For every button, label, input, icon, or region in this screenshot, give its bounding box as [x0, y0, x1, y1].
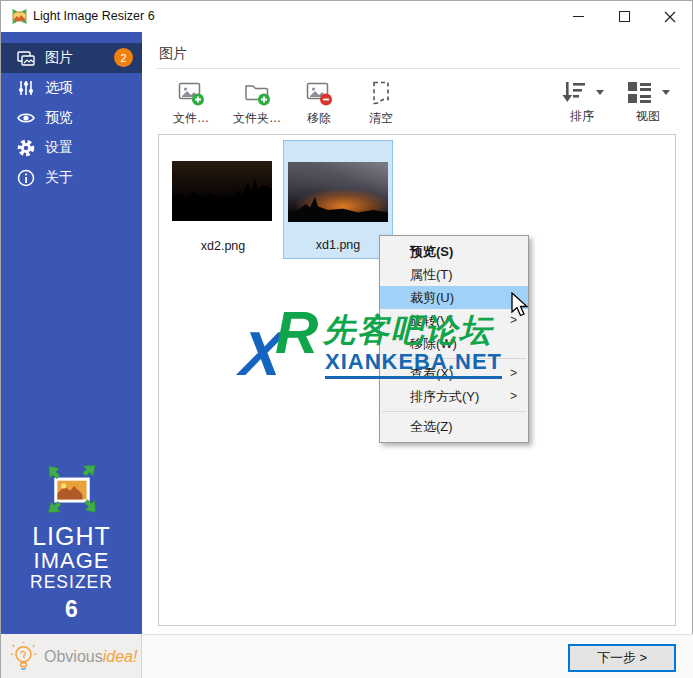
mouse-cursor	[509, 292, 533, 318]
app-logo-icon	[11, 8, 28, 25]
sort-dropdown-caret-icon[interactable]	[596, 90, 604, 99]
toolbar-button-label: 文件…	[173, 110, 209, 127]
toolbar-button-label: 文件夹…	[233, 110, 281, 127]
maximize-icon	[619, 11, 630, 22]
view-icon	[626, 80, 653, 105]
close-button[interactable]	[647, 1, 693, 32]
app-window: Light Image Resizer 6 图片 2 选项 预览	[0, 0, 693, 678]
sidebar-item-label: 图片	[45, 49, 73, 67]
menu-item-properties[interactable]: 属性(T)	[380, 263, 528, 286]
toolbar-button-label: 视图	[636, 108, 660, 125]
menu-item-label: 排序方式(Y)	[410, 389, 479, 404]
sidebar-item-label: 选项	[45, 79, 73, 97]
next-step-button[interactable]: 下一步 >	[568, 644, 676, 672]
brand-footer: Obviousidea!	[1, 634, 142, 678]
tent-detail	[357, 212, 385, 222]
thumbnail-xd1	[288, 162, 388, 222]
sidebar-item-label: 设置	[45, 139, 73, 157]
menu-item-label: 查看(X)	[410, 366, 453, 381]
sliders-icon	[16, 78, 36, 98]
thumbnail-xd2	[172, 161, 272, 221]
remove-button[interactable]: 移除	[293, 80, 345, 130]
eye-icon	[16, 108, 36, 128]
toolbar-button-label: 清空	[369, 110, 393, 127]
sidebar-item-label: 预览	[45, 109, 73, 127]
view-dropdown-caret-icon[interactable]	[662, 90, 670, 99]
add-folder-button[interactable]: 文件夹…	[223, 80, 291, 130]
sidebar-item-settings[interactable]: 设置	[1, 133, 142, 163]
add-folder-icon	[244, 80, 271, 107]
menu-item-crop[interactable]: 裁剪(U)	[380, 286, 528, 309]
page-title: 图片	[159, 45, 187, 63]
menu-item-preview[interactable]: 预览(S)	[380, 240, 528, 263]
app-logo-block: LIGHT IMAGE RESIZER 6	[1, 464, 142, 623]
image-tile-xd2[interactable]: xd2.png	[168, 140, 278, 259]
sidebar-item-label: 关于	[45, 169, 73, 187]
sort-button[interactable]: 排序	[551, 80, 613, 130]
image-count-badge: 2	[114, 48, 133, 67]
sidebar-item-images[interactable]: 图片 2	[1, 43, 142, 73]
menu-separator	[382, 358, 526, 359]
clear-button[interactable]: 清空	[355, 80, 407, 130]
logo-text-light: LIGHT	[1, 524, 142, 549]
gear-icon	[16, 138, 36, 158]
sort-icon	[560, 80, 587, 105]
menu-item-view[interactable]: 查看(X)>	[380, 362, 528, 385]
submenu-arrow-icon: >	[510, 362, 517, 385]
add-image-icon	[178, 80, 205, 107]
menu-item-label: 旋转(V)	[410, 313, 453, 328]
logo-text-image: IMAGE	[1, 549, 142, 572]
toolbar-button-label: 移除	[307, 110, 331, 127]
image-tile-xd1-selected[interactable]: xd1.png	[283, 140, 393, 259]
menu-item-label: 裁剪(U)	[410, 290, 454, 305]
menu-item-label: 预览(S)	[410, 244, 453, 259]
maximize-button[interactable]	[601, 1, 647, 32]
minimize-icon	[573, 16, 584, 17]
menu-item-label: 移除(W)	[410, 336, 457, 351]
submenu-arrow-icon: >	[510, 385, 517, 408]
title-bar: Light Image Resizer 6	[1, 1, 692, 32]
lightbulb-icon	[10, 641, 37, 673]
context-menu: 预览(S) 属性(T) 裁剪(U) 旋转(V)> 移除(W) 查看(X)> 排序…	[379, 235, 529, 443]
menu-item-remove[interactable]: 移除(W)	[380, 332, 528, 355]
logo-text-resizer: RESIZER	[1, 572, 142, 592]
menu-item-label: 全选(Z)	[410, 419, 453, 434]
sidebar-item-options[interactable]: 选项	[1, 73, 142, 103]
sidebar: 图片 2 选项 预览 设置 关于	[1, 32, 142, 634]
brand-obvious: Obvious	[44, 648, 103, 665]
toolbar-button-label: 排序	[570, 108, 594, 125]
file-name: xd2.png	[168, 239, 278, 253]
window-title: Light Image Resizer 6	[33, 9, 155, 23]
sidebar-item-preview[interactable]: 预览	[1, 103, 142, 133]
app-logo-large-icon	[47, 464, 97, 514]
file-name: xd1.png	[284, 238, 392, 252]
menu-separator	[382, 411, 526, 412]
brand-idea: idea!	[103, 648, 138, 665]
header-divider	[156, 68, 680, 69]
view-button[interactable]: 视图	[617, 80, 679, 130]
sidebar-item-about[interactable]: 关于	[1, 163, 142, 193]
info-icon	[16, 168, 36, 188]
close-icon	[664, 11, 676, 23]
remove-image-icon	[306, 80, 333, 107]
clear-icon	[368, 80, 395, 107]
menu-item-label: 属性(T)	[410, 267, 453, 282]
minimize-button[interactable]	[555, 1, 601, 32]
menu-item-select-all[interactable]: 全选(Z)	[380, 415, 528, 438]
add-files-button[interactable]: 文件…	[161, 80, 221, 130]
menu-item-rotate[interactable]: 旋转(V)>	[380, 309, 528, 332]
next-step-label: 下一步 >	[597, 649, 647, 667]
menu-item-sort-by[interactable]: 排序方式(Y)>	[380, 385, 528, 408]
logo-text-version: 6	[1, 596, 142, 623]
images-icon	[16, 48, 36, 68]
